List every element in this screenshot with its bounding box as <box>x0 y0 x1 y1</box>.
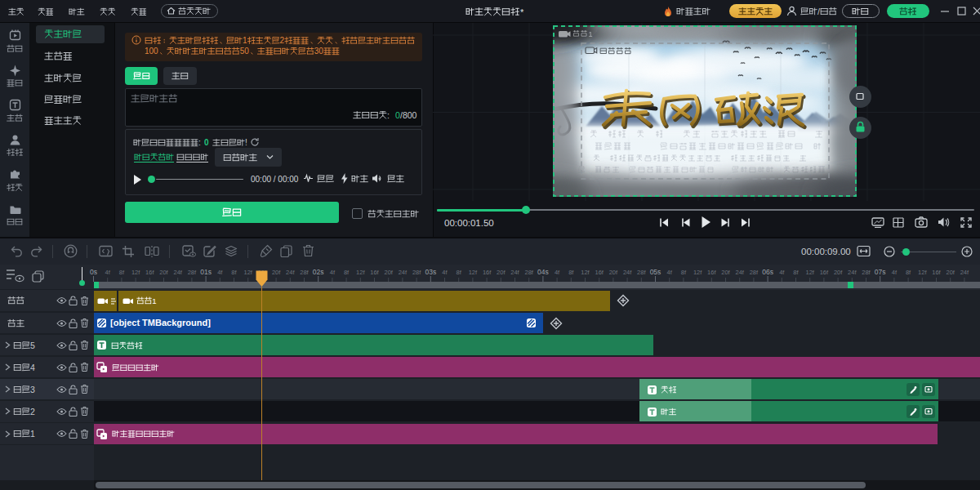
svg-text:28f: 28f <box>750 269 759 276</box>
svg-text:28f: 28f <box>188 269 197 276</box>
svg-text:12f: 12f <box>469 269 478 276</box>
svg-text:3: 3 <box>30 384 35 394</box>
svg-text::: : <box>387 110 390 120</box>
svg-text:24f: 24f <box>623 269 632 276</box>
svg-text:/800: /800 <box>400 110 417 120</box>
svg-text:16f: 16f <box>483 269 492 276</box>
svg-text:8f: 8f <box>906 269 911 276</box>
svg-text:16f: 16f <box>145 269 154 276</box>
svg-text:8f: 8f <box>568 269 574 276</box>
svg-text:00:00 / 00:00: 00:00 / 00:00 <box>251 175 299 184</box>
svg-text:4f: 4f <box>667 269 673 276</box>
svg-text:16f: 16f <box>820 269 829 276</box>
svg-text:24f: 24f <box>173 269 182 276</box>
svg-text:28f: 28f <box>862 269 871 276</box>
svg-text:2: 2 <box>30 406 35 416</box>
svg-text:24f: 24f <box>399 269 408 276</box>
svg-text:100: 100 <box>145 47 158 56</box>
svg-text:4f: 4f <box>442 269 448 276</box>
svg-text:28f: 28f <box>412 269 421 276</box>
svg-text:20f: 20f <box>159 269 168 276</box>
svg-text:12f: 12f <box>693 269 702 276</box>
svg-text:20f: 20f <box>272 269 281 276</box>
svg-text:/: / <box>817 7 820 16</box>
svg-text:8f: 8f <box>231 269 237 276</box>
svg-text:00:00:09.00: 00:00:09.00 <box>801 247 851 256</box>
svg-text:8f: 8f <box>793 269 799 276</box>
svg-text:1: 1 <box>243 36 247 45</box>
svg-text:28f: 28f <box>637 269 646 276</box>
svg-text:20f: 20f <box>721 269 730 276</box>
svg-text:4f: 4f <box>779 269 785 276</box>
svg-text:02s: 02s <box>313 268 324 276</box>
svg-text:00:00:01.50: 00:00:01.50 <box>444 218 494 228</box>
svg-text:50: 50 <box>240 47 250 56</box>
svg-text:!: ! <box>245 138 247 147</box>
svg-text:12f: 12f <box>131 269 140 276</box>
svg-text:8f: 8f <box>457 269 462 276</box>
svg-text:01s: 01s <box>200 268 212 276</box>
svg-text:16f: 16f <box>932 269 941 276</box>
svg-text:12f: 12f <box>356 269 365 276</box>
svg-text:8f: 8f <box>119 269 125 276</box>
svg-text:20f: 20f <box>497 269 506 276</box>
svg-text:24f: 24f <box>286 269 295 276</box>
svg-text:12f: 12f <box>805 269 814 276</box>
svg-text:28f: 28f <box>300 269 309 276</box>
svg-text:12f: 12f <box>918 269 927 276</box>
svg-text:20f: 20f <box>946 269 955 276</box>
svg-text:1: 1 <box>30 429 35 439</box>
svg-text:16f: 16f <box>707 269 716 276</box>
svg-text:28f: 28f <box>524 269 533 276</box>
svg-text:8f: 8f <box>681 269 687 276</box>
svg-text:07s: 07s <box>875 268 886 276</box>
svg-text:20f: 20f <box>384 269 393 276</box>
svg-text:24f: 24f <box>735 269 744 276</box>
svg-text:0: 0 <box>204 138 209 147</box>
svg-text:24f: 24f <box>960 269 969 276</box>
svg-text:1: 1 <box>152 296 156 305</box>
svg-text:4f: 4f <box>892 269 898 276</box>
svg-text:0s: 0s <box>90 268 97 276</box>
svg-text:20f: 20f <box>834 269 843 276</box>
svg-text:06s: 06s <box>762 268 773 276</box>
svg-text:12f: 12f <box>581 269 590 276</box>
svg-text:4f: 4f <box>217 269 223 276</box>
svg-text:24f: 24f <box>848 269 857 276</box>
svg-text:05s: 05s <box>650 268 662 276</box>
svg-text:20f: 20f <box>609 269 618 276</box>
svg-text:4: 4 <box>30 362 35 372</box>
svg-text:5: 5 <box>30 340 35 350</box>
svg-text:03s: 03s <box>425 268 436 276</box>
svg-text::: : <box>198 138 201 147</box>
svg-text:16f: 16f <box>370 269 379 276</box>
svg-text:16f: 16f <box>595 269 604 276</box>
svg-text:04s: 04s <box>537 268 549 276</box>
svg-text:8f: 8f <box>344 269 350 276</box>
svg-text:1: 1 <box>589 30 593 38</box>
svg-text:4f: 4f <box>330 269 336 276</box>
svg-text:2: 2 <box>280 36 285 45</box>
svg-text:12f: 12f <box>243 269 252 276</box>
svg-text:30: 30 <box>314 47 324 56</box>
svg-text:24f: 24f <box>510 269 519 276</box>
svg-text:4f: 4f <box>555 269 560 276</box>
svg-text:4f: 4f <box>105 269 111 276</box>
